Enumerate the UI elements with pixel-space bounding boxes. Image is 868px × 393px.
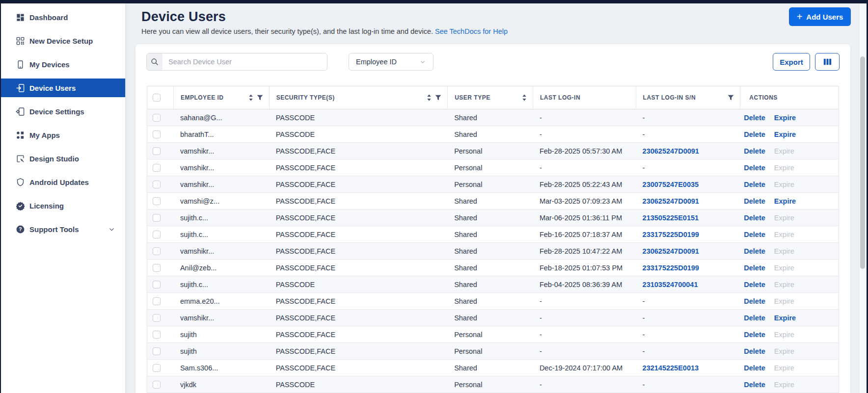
serial-number-link[interactable]: 233175225D0199 — [643, 231, 699, 238]
sidebar-item-support-tools[interactable]: ?Support Tools — [0, 220, 125, 238]
row-checkbox[interactable] — [153, 247, 161, 255]
delete-link[interactable]: Delete — [744, 314, 765, 322]
sidebar-item-device-users[interactable]: Device Users — [0, 79, 125, 97]
sidebar-item-design-studio[interactable]: Design Studio — [0, 149, 125, 168]
sidebar-item-device-settings[interactable]: Device Settings — [0, 102, 125, 121]
delete-link[interactable]: Delete — [744, 131, 765, 138]
search-field-dropdown[interactable]: Employee ID — [349, 53, 434, 71]
row-checkbox[interactable] — [153, 114, 161, 122]
delete-link[interactable]: Delete — [744, 364, 765, 372]
expire-link[interactable]: Expire — [774, 314, 796, 322]
filter-funnel-icon[interactable] — [435, 95, 441, 101]
row-checkbox[interactable] — [153, 381, 161, 389]
cell-user-type: Personal — [447, 181, 533, 188]
filter-funnel-icon[interactable] — [257, 95, 263, 101]
cell-last-login: - — [533, 381, 636, 389]
page-subtitle: Here you can view all device users, thei… — [141, 27, 508, 35]
cell-security-types: PASSCODE,FACE — [269, 197, 447, 205]
row-checkbox[interactable] — [153, 214, 161, 222]
sidebar-item-my-apps[interactable]: My Apps — [0, 126, 125, 144]
sort-icon[interactable] — [522, 94, 527, 101]
sidebar-item-new-device-setup[interactable]: New Device Setup — [0, 31, 125, 50]
column-header-employee_id[interactable]: EMPLOYEE ID — [173, 86, 269, 109]
expire-link[interactable]: Expire — [774, 114, 796, 122]
cell-actions: DeleteExpire — [740, 297, 839, 305]
delete-link[interactable]: Delete — [744, 347, 765, 355]
row-checkbox[interactable] — [153, 264, 161, 272]
row-checkbox[interactable] — [153, 147, 161, 155]
serial-number-link[interactable]: 233175225D0199 — [643, 264, 699, 272]
cell-last-login: - — [533, 164, 636, 172]
cell-last-login: - — [533, 314, 636, 322]
sidebar-item-licensing[interactable]: Licensing — [0, 196, 125, 215]
column-header-security_types[interactable]: SECURITY TYPE(S) — [269, 86, 447, 109]
expire-link[interactable]: Expire — [774, 197, 796, 205]
delete-link[interactable]: Delete — [744, 214, 765, 222]
delete-link[interactable]: Delete — [744, 147, 765, 155]
row-checkbox[interactable] — [153, 231, 161, 238]
cell-last-login-sn: 230625247D0091 — [636, 147, 740, 155]
delete-link[interactable]: Delete — [744, 181, 765, 188]
delete-link[interactable]: Delete — [744, 381, 765, 389]
delete-link[interactable]: Delete — [744, 114, 765, 122]
delete-link[interactable]: Delete — [744, 247, 765, 255]
search-box — [146, 53, 327, 71]
row-checkbox[interactable] — [153, 364, 161, 372]
table-row: Anil@zeb...PASSCODE,FACESharedFeb-18-202… — [147, 260, 839, 276]
delete-link[interactable]: Delete — [744, 281, 765, 288]
add-users-button[interactable]: + Add Users — [789, 7, 851, 26]
row-checkbox[interactable] — [153, 281, 161, 288]
filter-funnel-icon[interactable] — [728, 95, 734, 101]
columns-button[interactable] — [815, 53, 840, 71]
row-checkbox[interactable] — [153, 164, 161, 172]
column-label: USER TYPE — [455, 94, 490, 101]
techdocs-help-link[interactable]: See TechDocs for Help — [435, 27, 508, 35]
sidebar-item-label: My Apps — [29, 131, 60, 139]
page-scrollbar-thumb[interactable] — [860, 56, 865, 269]
row-checkbox[interactable] — [153, 197, 161, 205]
cell-actions: DeleteExpire — [740, 164, 839, 172]
cell-employee-id: vamshikr... — [173, 164, 269, 172]
delete-link[interactable]: Delete — [744, 264, 765, 272]
row-checkbox[interactable] — [153, 347, 161, 355]
row-checkbox[interactable] — [153, 314, 161, 322]
row-checkbox[interactable] — [153, 331, 161, 339]
column-header-last_login_sn[interactable]: LAST LOG-IN S/N — [636, 86, 740, 109]
expire-link[interactable]: Expire — [774, 131, 796, 138]
serial-number-link[interactable]: 230625247D0091 — [643, 197, 699, 205]
export-button[interactable]: Export — [773, 53, 810, 71]
search-input[interactable] — [163, 53, 327, 70]
column-header-user_type[interactable]: USER TYPE — [447, 86, 533, 109]
sidebar-item-dashboard[interactable]: Dashboard — [0, 8, 125, 26]
delete-link[interactable]: Delete — [744, 164, 765, 172]
select-all-checkbox[interactable] — [153, 94, 161, 102]
delete-link[interactable]: Delete — [744, 231, 765, 238]
serial-number-link[interactable]: 230625247D0091 — [643, 247, 699, 255]
serial-number-link[interactable]: 230625247D0091 — [643, 147, 699, 155]
subtitle-text: Here you can view all device users, thei… — [141, 27, 433, 35]
delete-link[interactable]: Delete — [744, 297, 765, 305]
sort-icon[interactable] — [427, 94, 432, 101]
delete-link[interactable]: Delete — [744, 331, 765, 339]
cell-security-types: PASSCODE,FACE — [269, 264, 447, 272]
cell-user-type: Shared — [447, 214, 533, 222]
cell-user-type: Shared — [447, 314, 533, 322]
expire-link: Expire — [774, 214, 794, 222]
cell-user-type: Personal — [447, 381, 533, 389]
serial-number-link[interactable]: 23103524700041 — [643, 281, 698, 288]
row-checkbox[interactable] — [153, 181, 161, 188]
sort-icon[interactable] — [248, 94, 253, 101]
cell-last-login-sn: - — [636, 314, 740, 322]
row-checkbox[interactable] — [153, 297, 161, 305]
serial-number-link[interactable]: 230075247E0035 — [643, 181, 699, 188]
expire-link: Expire — [774, 281, 794, 288]
row-checkbox[interactable] — [153, 131, 161, 138]
sidebar-item-my-devices[interactable]: My Devices — [0, 55, 125, 74]
serial-number-link[interactable]: 213505225E0151 — [643, 214, 699, 222]
delete-link[interactable]: Delete — [744, 197, 765, 205]
sidebar-item-android-updates[interactable]: Android Updates — [0, 173, 125, 191]
serial-number-link[interactable]: 232145225E0013 — [643, 364, 699, 372]
table-row: sujithPASSCODE,FACEPersonal--DeleteExpir… — [147, 326, 839, 343]
cell-last-login-sn: - — [636, 297, 740, 305]
cell-security-types: PASSCODE,FACE — [269, 214, 447, 222]
